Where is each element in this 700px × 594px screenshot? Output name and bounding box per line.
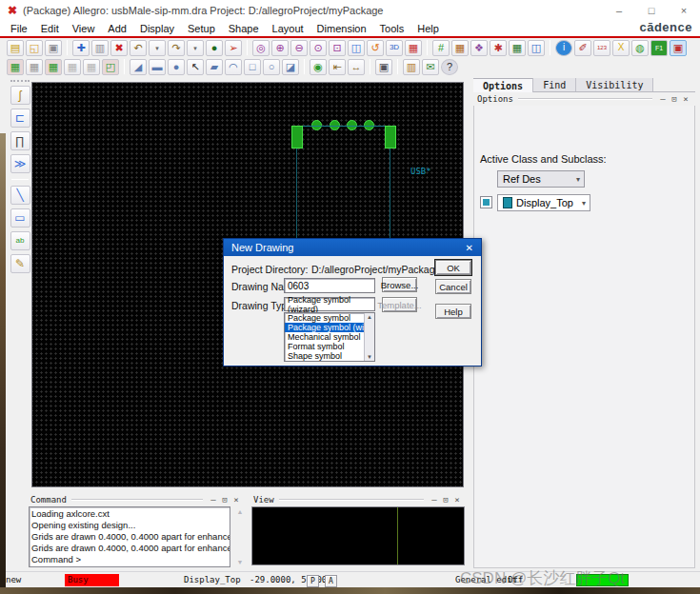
minimize-button[interactable]: – — [603, 0, 635, 21]
new-file-icon[interactable]: ▤ — [7, 40, 24, 56]
slide-icon[interactable]: ⊏ — [10, 109, 30, 128]
shape-arc-icon[interactable]: ◠ — [225, 59, 242, 75]
panel-close-icon[interactable]: × — [230, 495, 242, 505]
add-connect-icon[interactable]: ʃ — [10, 86, 30, 105]
tab-options[interactable]: Options — [473, 78, 533, 92]
color-dialog-icon[interactable]: ▦ — [405, 40, 422, 56]
zoom-previous-icon[interactable]: ↺ — [367, 40, 384, 56]
spreadsheet-icon[interactable]: ▦ — [509, 40, 526, 56]
shape-circle-filled-icon[interactable]: ● — [168, 59, 185, 75]
undo-dropdown-icon[interactable]: ▾ — [149, 40, 166, 56]
delay-tune-icon[interactable]: ≫ — [10, 154, 30, 173]
copy-paste-icon[interactable]: ▥ — [403, 59, 420, 75]
class-dropdown[interactable]: Ref Des ▾ — [497, 170, 585, 188]
menu-dimension[interactable]: Dimension — [310, 23, 373, 34]
shadow-top-icon[interactable]: ▦ — [7, 59, 24, 75]
shape-corner-icon[interactable]: ◢ — [130, 59, 147, 75]
list-scrollbar[interactable]: ▲ ▼ — [364, 313, 374, 361]
shape-rect-filled-icon[interactable]: ▬ — [149, 59, 166, 75]
subclass-visibility-checkbox[interactable] — [480, 196, 492, 208]
scroll-down-icon[interactable]: ▼ — [237, 559, 244, 565]
shape-circle-outline-icon[interactable]: ○ — [263, 59, 280, 75]
scroll-up-icon[interactable]: ▲ — [367, 314, 372, 320]
menu-add[interactable]: Add — [101, 23, 133, 34]
shape-rect-outline-icon[interactable]: □ — [244, 59, 261, 75]
copy-icon[interactable]: ▥ — [91, 40, 109, 56]
panel-minimize-icon[interactable]: – — [429, 495, 440, 505]
shape-polygon-icon[interactable]: ▰ — [206, 59, 223, 75]
menu-tools[interactable]: Tools — [373, 23, 411, 34]
panel-close-icon[interactable]: × — [451, 495, 463, 505]
delete-icon[interactable]: ✖ — [110, 40, 128, 56]
menu-help[interactable]: Help — [410, 23, 446, 34]
tab-visibility[interactable]: Visibility — [576, 78, 653, 91]
panel-float-icon[interactable]: ⊡ — [669, 94, 680, 104]
menu-file[interactable]: File — [4, 23, 34, 34]
add-text-icon[interactable]: ab — [10, 231, 30, 250]
p-button[interactable]: P — [307, 575, 319, 587]
layer-lock-icon[interactable]: ▦ — [64, 59, 81, 75]
undo-icon[interactable]: ↶ — [130, 40, 147, 56]
drawing-type-option[interactable]: Package symbol — [285, 313, 374, 323]
move-icon[interactable]: ✚ — [72, 40, 90, 56]
panel-close-icon[interactable]: × — [680, 94, 691, 104]
snapshot-camera-icon[interactable]: ▣ — [375, 59, 392, 75]
pad-rect-left[interactable] — [291, 126, 303, 148]
menu-layout[interactable]: Layout — [266, 23, 310, 34]
shadow-all-icon[interactable]: ▦ — [45, 59, 62, 75]
zoom-out-icon[interactable]: ⊖ — [290, 40, 308, 56]
cancel-button[interactable]: Cancel — [435, 279, 471, 294]
pin-spacing-left-icon[interactable]: ⇤ — [329, 59, 346, 75]
properties-icon[interactable]: ✐ — [574, 40, 591, 56]
placement-pick-icon[interactable]: ▣ — [670, 40, 687, 56]
menu-shape[interactable]: Shape — [222, 23, 266, 34]
dialog-close-icon[interactable]: ✕ — [466, 243, 473, 253]
symbol-edit-icon[interactable]: ❖ — [470, 40, 488, 56]
zoom-in-icon[interactable]: ⊕ — [271, 40, 289, 56]
drawing-type-option[interactable]: Format symbol — [285, 342, 374, 351]
f1-help-icon[interactable]: F1 — [650, 40, 668, 56]
help-button[interactable]: Help — [435, 304, 471, 319]
layer-mask-icon[interactable]: ▦ — [83, 59, 100, 75]
redo-dropdown-icon[interactable]: ▾ — [187, 40, 204, 56]
panel-float-icon[interactable]: ⊡ — [440, 495, 451, 505]
scroll-down-icon[interactable]: ▼ — [367, 354, 372, 360]
command-scrollbar[interactable]: ▲ ▼ — [234, 508, 246, 565]
zoom-points-icon[interactable]: ◎ — [252, 40, 270, 56]
save-icon[interactable]: ▣ — [45, 40, 62, 56]
view-minimap[interactable] — [251, 506, 465, 565]
info-icon[interactable]: i — [555, 40, 572, 56]
drawing-type-option[interactable]: Shape symbol — [285, 351, 374, 361]
tab-find[interactable]: Find — [533, 78, 576, 91]
help-icon[interactable]: ? — [441, 59, 458, 75]
constraint-icon[interactable]: ✱ — [490, 40, 507, 56]
panel-minimize-icon[interactable]: – — [208, 495, 219, 505]
menu-edit[interactable]: Edit — [34, 23, 66, 34]
redo-icon[interactable]: ↷ — [168, 40, 185, 56]
measure-icon[interactable]: 123 — [593, 40, 610, 56]
browse-button[interactable]: Browse... — [382, 277, 417, 292]
pad-tool-icon[interactable]: ◉ — [310, 59, 327, 75]
toolbar-drag-handle[interactable] — [10, 80, 30, 82]
cross-section-icon[interactable]: ◫ — [528, 40, 545, 56]
color-visibility-icon[interactable]: ▦ — [451, 40, 469, 56]
ok-button[interactable]: OK — [435, 260, 471, 275]
drawing-type-option[interactable]: Package symbol (wizard) — [285, 323, 374, 332]
scroll-up-icon[interactable]: ▲ — [237, 508, 244, 515]
export-mail-icon[interactable]: ✉ — [422, 59, 439, 75]
close-button[interactable]: × — [668, 0, 700, 21]
maximize-button[interactable]: □ — [635, 0, 668, 21]
menu-view[interactable]: View — [66, 23, 102, 34]
drawing-type-option[interactable]: Mechanical symbol — [285, 332, 374, 342]
open-folder-icon[interactable]: ◱ — [26, 40, 43, 56]
command-console[interactable]: Loading axlcore.cxtOpening existing desi… — [29, 506, 230, 567]
zoom-selection-icon[interactable]: ⊙ — [310, 40, 327, 56]
drawing-type-combo[interactable]: Package symbol (wizard) — [284, 297, 375, 311]
shadow-bottom-icon[interactable]: ▦ — [26, 59, 43, 75]
grid-toggle-icon[interactable]: # — [432, 40, 450, 56]
menu-display[interactable]: Display — [133, 23, 181, 34]
edit-text-icon[interactable]: ✎ — [10, 254, 30, 273]
drawing-name-input[interactable]: 0603 — [284, 278, 375, 293]
dialog-titlebar[interactable]: New Drawing ✕ — [224, 239, 481, 256]
waive-drc-icon[interactable]: X — [612, 40, 630, 56]
